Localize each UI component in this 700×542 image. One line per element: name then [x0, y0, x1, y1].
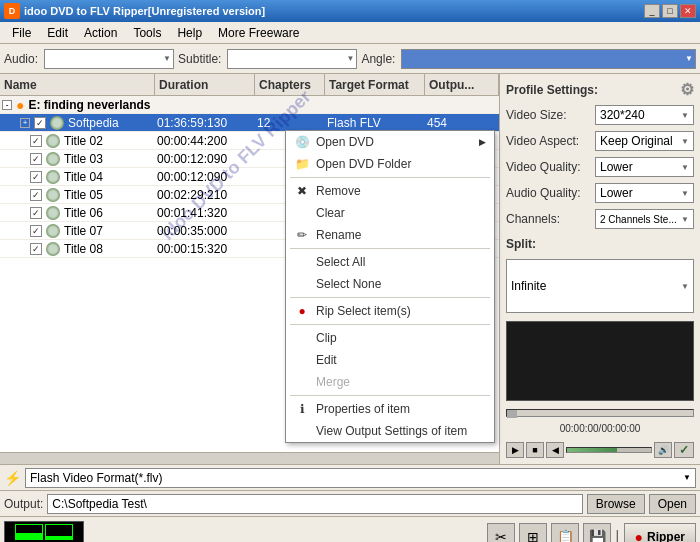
ctx-rip-select[interactable]: ● Rip Select item(s)	[286, 300, 494, 322]
open-folder-icon: 📁	[294, 156, 310, 172]
menu-edit[interactable]: Edit	[39, 24, 76, 42]
menu-help[interactable]: Help	[169, 24, 210, 42]
ctx-select-all[interactable]: Select All	[286, 251, 494, 273]
disc-icon	[46, 206, 60, 220]
open-dvd-icon: 💿	[294, 134, 310, 150]
open-button[interactable]: Open	[649, 494, 696, 514]
disc-icon	[46, 242, 60, 256]
menu-file[interactable]: File	[4, 24, 39, 42]
menu-action[interactable]: Action	[76, 24, 125, 42]
table-row[interactable]: - ● E: finding neverlands	[0, 96, 499, 114]
ctx-edit[interactable]: Edit	[286, 349, 494, 371]
select-none-icon	[294, 276, 310, 292]
ctx-open-dvd-folder[interactable]: 📁 Open DVD Folder	[286, 153, 494, 175]
subtitle-combo[interactable]: ▼	[227, 49, 357, 69]
context-menu: 💿 Open DVD ▶ 📁 Open DVD Folder ✖ Remove …	[285, 130, 495, 443]
title-bar: D idoo DVD to FLV Ripper[Unregistered ve…	[0, 0, 700, 22]
video-size-row: Video Size: 320*240 ▼	[506, 105, 694, 125]
time-display: 00:00:00/00:00:00	[506, 423, 694, 434]
confirm-button[interactable]: ✓	[674, 442, 694, 458]
audio-combo[interactable]: ▼	[44, 49, 174, 69]
video-size-combo[interactable]: 320*240 ▼	[595, 105, 694, 125]
ctx-view-output[interactable]: View Output Settings of item	[286, 420, 494, 442]
row-checkbox[interactable]	[30, 207, 42, 219]
ctx-open-dvd[interactable]: 💿 Open DVD ▶	[286, 131, 494, 153]
ctx-view-output-label: View Output Settings of item	[316, 424, 467, 438]
menu-more-freeware[interactable]: More Freeware	[210, 24, 307, 42]
output-row: Output: C:\Softpedia Test\ Browse Open	[0, 491, 700, 517]
col-output[interactable]: Outpu...	[425, 74, 499, 95]
channels-arrow: ▼	[681, 215, 689, 224]
col-chapters[interactable]: Chapters	[255, 74, 325, 95]
dvd-icon: ●	[16, 97, 24, 113]
disc-icon	[46, 152, 60, 166]
horizontal-scrollbar[interactable]	[0, 452, 499, 464]
scissors-button[interactable]: ✂	[487, 523, 515, 542]
disc-icon	[46, 224, 60, 238]
save-button[interactable]: 💾	[583, 523, 611, 542]
video-quality-label: Video Quality:	[506, 160, 591, 174]
ctx-clip[interactable]: Clip	[286, 327, 494, 349]
expand-icon[interactable]: -	[2, 100, 12, 110]
row-checkbox[interactable]	[30, 189, 42, 201]
subtitle-label: Subtitle:	[178, 52, 221, 66]
disc-icon	[46, 188, 60, 202]
split-combo[interactable]: Infinite ▼	[506, 259, 694, 313]
row-checkbox[interactable]	[34, 117, 46, 129]
rip-icon: ●	[294, 303, 310, 319]
audio-quality-combo[interactable]: Lower ▼	[595, 183, 694, 203]
menu-bar: File Edit Action Tools Help More Freewar…	[0, 22, 700, 44]
col-duration[interactable]: Duration	[155, 74, 255, 95]
ctx-clear[interactable]: Clear	[286, 202, 494, 224]
row-checkbox[interactable]	[30, 171, 42, 183]
ctx-select-none[interactable]: Select None	[286, 273, 494, 295]
ctx-select-none-label: Select None	[316, 277, 381, 291]
right-panel: Profile Settings: ⚙ Video Size: 320*240 …	[500, 74, 700, 464]
angle-combo[interactable]: ▼	[401, 49, 696, 69]
ctx-remove[interactable]: ✖ Remove	[286, 180, 494, 202]
toolbar-row: Audio: ▼ Subtitle: ▼ Angle: ▼	[0, 44, 700, 74]
play-button[interactable]: ▶	[506, 442, 524, 458]
speaker-icon[interactable]: 🔊	[654, 442, 672, 458]
ctx-properties[interactable]: ℹ Properties of item	[286, 398, 494, 420]
channels-label: Channels:	[506, 212, 591, 226]
seek-bar[interactable]	[506, 409, 694, 417]
seek-handle[interactable]	[507, 410, 517, 418]
row-checkbox[interactable]	[30, 153, 42, 165]
ctx-properties-label: Properties of item	[316, 402, 410, 416]
prev-button[interactable]: ◀	[546, 442, 564, 458]
row-format: Flash FLV	[325, 116, 425, 130]
gear-icon[interactable]: ⚙	[680, 80, 694, 99]
col-name[interactable]: Name	[0, 74, 155, 95]
row-name: Title 02	[64, 134, 103, 148]
copy-button[interactable]: ⊞	[519, 523, 547, 542]
ctx-separator-5	[290, 395, 490, 396]
stop-button[interactable]: ■	[526, 442, 544, 458]
row-checkbox[interactable]	[30, 135, 42, 147]
menu-tools[interactable]: Tools	[125, 24, 169, 42]
maximize-button[interactable]: □	[662, 4, 678, 18]
output-field[interactable]: C:\Softpedia Test\	[47, 494, 582, 514]
ripper-button[interactable]: ● Ripper	[624, 523, 696, 542]
ctx-rename[interactable]: ✏ Rename	[286, 224, 494, 246]
expand-icon[interactable]: +	[20, 118, 30, 128]
video-aspect-combo[interactable]: Keep Original ▼	[595, 131, 694, 151]
minimize-button[interactable]: _	[644, 4, 660, 18]
col-format[interactable]: Target Format	[325, 74, 425, 95]
volume-slider[interactable]	[566, 447, 652, 453]
browse-button[interactable]: Browse	[587, 494, 645, 514]
app-icon: D	[4, 3, 20, 19]
ripper-label: Ripper	[647, 530, 685, 542]
row-checkbox[interactable]	[30, 225, 42, 237]
profile-combo[interactable]: Flash Video Format(*.flv) ▼	[25, 468, 696, 488]
video-aspect-arrow: ▼	[681, 137, 689, 146]
ctx-separator-2	[290, 248, 490, 249]
channels-combo[interactable]: 2 Channels Ste... ▼	[595, 209, 694, 229]
video-quality-combo[interactable]: Lower ▼	[595, 157, 694, 177]
row-name: Title 07	[64, 224, 103, 238]
row-checkbox[interactable]	[30, 243, 42, 255]
paste-button[interactable]: 📋	[551, 523, 579, 542]
profile-arrow: ▼	[683, 473, 691, 482]
audio-quality-label: Audio Quality:	[506, 186, 591, 200]
close-button[interactable]: ✕	[680, 4, 696, 18]
